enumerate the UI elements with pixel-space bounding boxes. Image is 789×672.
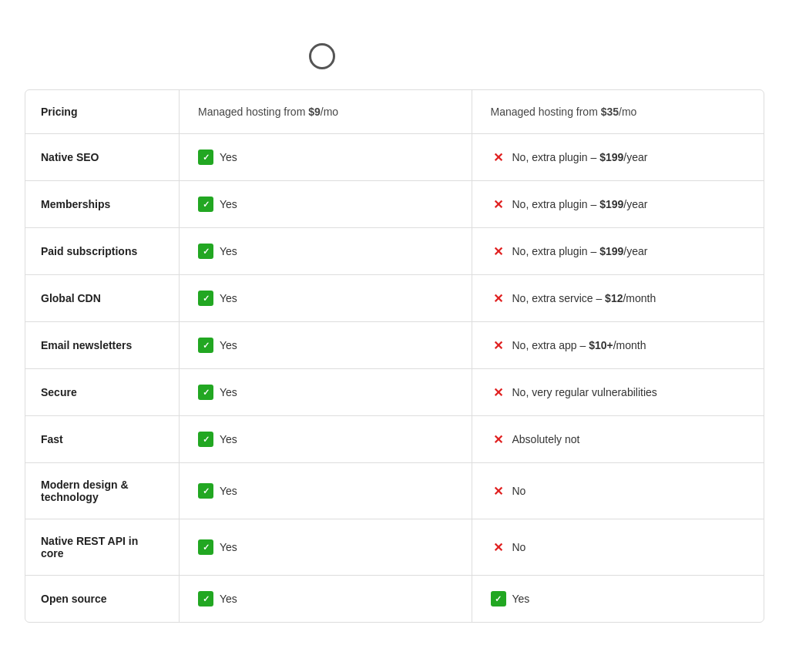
ghost-value: Yes	[220, 198, 237, 210]
wp-x-icon: ✕	[491, 432, 506, 447]
wp-value: Absolutely not	[512, 433, 580, 445]
wp-value: No	[512, 485, 526, 497]
ghost-cell: ✓ Yes	[180, 322, 472, 368]
ghost-check-icon: ✓	[198, 432, 213, 447]
feature-cell: Paid subscriptions	[25, 228, 180, 274]
table-row: Secure ✓ Yes ✕ No, very regular vulnerab…	[25, 369, 764, 416]
feature-cell: Memberships	[25, 181, 180, 227]
table-row: Paid subscriptions ✓ Yes ✕ No, extra plu…	[25, 228, 764, 275]
ghost-cell: ✓ Yes	[180, 416, 472, 462]
wp-cell: ✕ No, extra plugin – $199/year	[472, 181, 764, 227]
wp-cell: Managed hosting from $35/mo	[472, 90, 764, 133]
ghost-value: Yes	[220, 292, 237, 304]
ghost-value: Yes	[220, 541, 237, 553]
wp-value: No, extra plugin – $199/year	[512, 198, 648, 210]
ghost-check-icon: ✓	[198, 591, 213, 606]
feature-cell: Native SEO	[25, 134, 180, 180]
ghost-cell: Managed hosting from $9/mo	[180, 90, 472, 133]
ghost-cell: ✓ Yes	[180, 519, 472, 575]
wp-x-icon: ✕	[491, 338, 506, 353]
ghost-cell: ✓ Yes	[180, 228, 472, 274]
ghost-check-icon: ✓	[198, 150, 213, 165]
table-header	[25, 31, 764, 82]
ghost-value: Yes	[220, 433, 237, 445]
feature-cell: Global CDN	[25, 275, 180, 321]
wp-cell: ✕ No	[472, 463, 764, 519]
ghost-check-icon: ✓	[198, 291, 213, 306]
wp-cell: ✓ Yes	[472, 576, 764, 622]
wp-value: Yes	[512, 593, 530, 605]
table-row: Fast ✓ Yes ✕ Absolutely not	[25, 416, 764, 463]
ghost-value: Yes	[220, 386, 237, 398]
wp-cell: ✕ No, extra plugin – $199/year	[472, 134, 764, 180]
ghost-cell: ✓ Yes	[180, 275, 472, 321]
wp-x-icon: ✕	[491, 483, 506, 499]
ghost-cell: ✓ Yes	[180, 181, 472, 227]
wp-price: $10+	[589, 339, 613, 351]
ghost-cell: ✓ Yes	[180, 576, 472, 622]
wp-value: No, extra plugin – $199/year	[512, 245, 648, 257]
feature-cell: Email newsletters	[25, 322, 180, 368]
comparison-container: PricingManaged hosting from $9/moManaged…	[25, 31, 764, 623]
wp-value: No, very regular vulnerabilities	[512, 386, 657, 398]
wp-cell: ✕ No, extra app – $10+/month	[472, 322, 764, 368]
feature-cell: Open source	[25, 576, 180, 622]
wp-x-icon: ✕	[491, 539, 506, 555]
table-row: Email newsletters ✓ Yes ✕ No, extra app …	[25, 322, 764, 369]
table-row: Open source ✓ Yes ✓ Yes	[25, 576, 764, 622]
ghost-circle-icon	[309, 43, 335, 69]
wp-x-icon: ✕	[491, 197, 506, 212]
wp-pricing-text: Managed hosting from $35/mo	[491, 106, 637, 118]
ghost-value: Yes	[220, 485, 237, 497]
wp-price: $199	[599, 151, 623, 163]
wp-x-icon: ✕	[491, 385, 506, 400]
ghost-check-icon: ✓	[198, 385, 213, 400]
ghost-cell: ✓ Yes	[180, 463, 472, 519]
ghost-value: Yes	[220, 245, 237, 257]
wp-x-icon: ✕	[491, 291, 506, 306]
table-row: Native REST API in core ✓ Yes ✕ No	[25, 519, 764, 576]
wp-x-icon: ✕	[491, 244, 506, 259]
comparison-table: PricingManaged hosting from $9/moManaged…	[25, 89, 764, 623]
feature-cell: Secure	[25, 369, 180, 415]
feature-cell: Native REST API in core	[25, 519, 180, 575]
wp-cell: ✕ No	[472, 519, 764, 575]
ghost-header	[179, 31, 472, 82]
wp-value: No, extra service – $12/month	[512, 292, 656, 304]
feature-cell: Pricing	[25, 90, 180, 133]
wp-cell: ✕ No, extra plugin – $199/year	[472, 228, 764, 274]
ghost-check-icon: ✓	[198, 244, 213, 259]
wp-value: No, extra plugin – $199/year	[512, 151, 648, 163]
table-row: Global CDN ✓ Yes ✕ No, extra service – $…	[25, 275, 764, 322]
ghost-check-icon: ✓	[198, 483, 213, 499]
ghost-pricing-text: Managed hosting from $9/mo	[198, 106, 338, 118]
wp-cell: ✕ No, extra service – $12/month	[472, 275, 764, 321]
feature-cell: Fast	[25, 416, 180, 462]
wp-cell: ✕ No, very regular vulnerabilities	[472, 369, 764, 415]
ghost-check-icon: ✓	[198, 197, 213, 212]
wp-value: No	[512, 541, 526, 553]
ghost-value: Yes	[220, 339, 237, 351]
feature-cell: Modern design & technology	[25, 463, 180, 519]
table-row: Modern design & technology ✓ Yes ✕ No	[25, 463, 764, 519]
wordpress-header	[472, 31, 764, 82]
wp-check-icon: ✓	[491, 591, 506, 606]
wp-price: $199	[599, 245, 623, 257]
wp-price: $12	[605, 292, 623, 304]
ghost-cell: ✓ Yes	[180, 134, 472, 180]
ghost-price: $9	[308, 106, 321, 118]
ghost-value: Yes	[220, 151, 237, 163]
table-row: Native SEO ✓ Yes ✕ No, extra plugin – $1…	[25, 134, 764, 181]
wp-cell: ✕ Absolutely not	[472, 416, 764, 462]
ghost-value: Yes	[220, 593, 237, 605]
table-row: PricingManaged hosting from $9/moManaged…	[25, 90, 764, 134]
wp-price: $35	[601, 106, 619, 118]
table-row: Memberships ✓ Yes ✕ No, extra plugin – $…	[25, 181, 764, 228]
wp-value: No, extra app – $10+/month	[512, 339, 646, 351]
ghost-check-icon: ✓	[198, 338, 213, 353]
ghost-cell: ✓ Yes	[180, 369, 472, 415]
wp-price: $199	[599, 198, 623, 210]
ghost-check-icon: ✓	[198, 539, 213, 555]
ghost-logo	[309, 43, 341, 69]
wp-x-icon: ✕	[491, 150, 506, 165]
